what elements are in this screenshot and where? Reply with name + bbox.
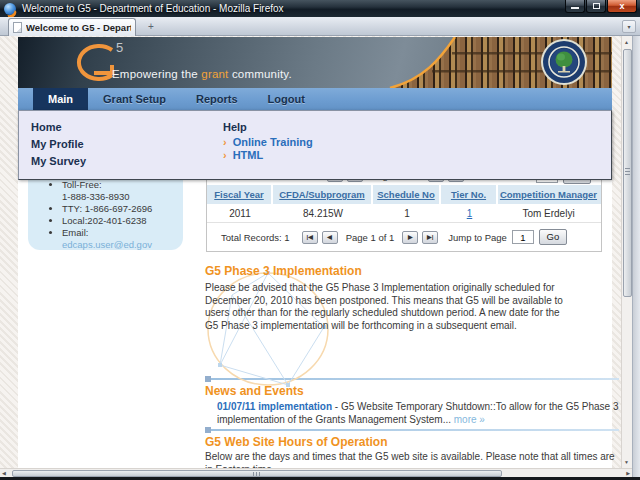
close-icon: x (608, 0, 636, 12)
contact-info-box: Toll-Free:1-888-336-8930 TTY: 1-866-697-… (28, 177, 183, 250)
scroll-left-icon[interactable]: ◀ (2, 470, 6, 476)
g5-banner: 5 Empowering the grant community. (18, 37, 612, 88)
table-header-row: Fiscal Year CFDA/Subprogram Schedule No … (207, 185, 601, 204)
horizontal-scrollbar[interactable]: ◀ ▶ (0, 468, 632, 477)
browser-tab[interactable]: Welcome to G5 - Department of Edu... (8, 18, 136, 36)
chevron-icon: › (223, 149, 227, 161)
total-records: Total Records: 1 (221, 232, 290, 243)
email-link[interactable]: edcaps.user@ed.gov (62, 239, 152, 250)
firefox-icon (4, 3, 16, 15)
chevron-icon: › (223, 136, 227, 148)
cell-fiscal-year: 2011 (207, 208, 273, 219)
menu-item-my-survey[interactable]: My Survey (31, 155, 86, 167)
page-icon (13, 22, 22, 33)
banner-decoration (332, 37, 612, 88)
table-row: 2011 84.215W 1 1 Tom Erdelyi (207, 204, 601, 222)
menu-item-my-profile[interactable]: My Profile (31, 138, 84, 150)
banner-tagline: Empowering the grant community. (112, 68, 292, 80)
next-page-button[interactable]: ▶ (402, 231, 418, 244)
hours-heading: G5 Web Site Hours of Operation (205, 435, 387, 449)
vertical-scrollbar-thumb[interactable] (623, 49, 632, 297)
nav-main[interactable]: Main (33, 88, 88, 110)
firefox-window: Welcome to G5 - Department of Education … (0, 0, 640, 480)
close-button[interactable]: x (607, 0, 637, 13)
news-item-link[interactable]: 01/07/11 implementation (217, 401, 332, 412)
section-divider (205, 427, 619, 434)
contact-local: Local:202-401-6238 (62, 215, 183, 227)
scroll-up-icon[interactable]: ▲ (624, 39, 629, 45)
maximize-button[interactable] (586, 0, 606, 13)
scroll-right-icon[interactable]: ▶ (626, 470, 630, 476)
vertical-scrollbar[interactable]: ▲ ▼ (621, 36, 632, 468)
contact-toll-free: Toll-Free:1-888-336-8930 (62, 179, 183, 203)
window-frame-right (632, 36, 640, 477)
main-navbar: Main Grant Setup Reports Logout (18, 88, 612, 110)
divider-line (211, 429, 619, 431)
contact-email: Email:edcaps.user@ed.gov (62, 227, 183, 250)
header-competition-manager[interactable]: Competition Manager (498, 185, 599, 204)
nav-grant-setup[interactable]: Grant Setup (88, 88, 181, 110)
contact-tty: TTY: 1-866-697-2696 (62, 203, 183, 215)
cell-schedule-no: 1 (373, 208, 441, 219)
browser-viewport: 5 Empowering the grant community. Main G… (0, 36, 632, 468)
menu-item-home[interactable]: Home (31, 121, 62, 133)
window-title: Welcome to G5 - Department of Education … (22, 3, 284, 14)
page-indicator: Page 1 of 1 (346, 232, 395, 243)
tier-no-link[interactable]: 1 (467, 208, 473, 219)
phase3-heading: G5 Phase 3 Implementation (205, 264, 362, 278)
cell-competition-manager: Tom Erdelyi (498, 208, 599, 219)
menu-header-help: Help (223, 121, 247, 133)
header-cfda-subprogram[interactable]: CFDA/Subprogram (273, 185, 373, 204)
minimize-icon (571, 7, 579, 9)
g5-page: 5 Empowering the grant community. Main G… (18, 37, 612, 468)
more-link[interactable]: more » (454, 414, 485, 425)
cell-cfda-subprogram: 84.215W (273, 208, 373, 219)
header-fiscal-year[interactable]: Fiscal Year (207, 185, 273, 204)
minimize-button[interactable] (565, 0, 585, 13)
maximize-icon (593, 3, 600, 9)
jump-page-input[interactable] (512, 230, 534, 244)
tab-title: Welcome to G5 - Department of Edu... (26, 22, 131, 33)
prev-page-button[interactable]: ◀ (322, 231, 338, 244)
header-schedule-no[interactable]: Schedule No (373, 185, 441, 204)
phase3-text: Please be advised that the G5 Phase 3 Im… (205, 282, 567, 332)
nav-logout[interactable]: Logout (253, 88, 320, 110)
header-tier-no[interactable]: Tier No. (441, 185, 498, 204)
menu-link-online-training[interactable]: ›Online Training (223, 136, 313, 148)
menu-link-html[interactable]: ›HTML (223, 149, 263, 161)
list-all-tabs-button[interactable]: ▾ (622, 20, 636, 33)
main-menu-dropdown: Home My Profile My Survey Help ›Online T… (18, 110, 612, 180)
tab-strip: Welcome to G5 - Department of Edu... + ▾ (0, 17, 640, 36)
logo-five: 5 (116, 40, 123, 55)
department-of-education-seal (541, 39, 587, 85)
nav-reports[interactable]: Reports (181, 88, 253, 110)
new-tab-button[interactable]: + (142, 21, 160, 34)
cell-tier-no: 1 (441, 208, 498, 219)
window-titlebar: Welcome to G5 - Department of Education … (0, 0, 640, 17)
jump-to-page-label: Jump to Page (448, 232, 507, 243)
news-heading: News and Events (205, 384, 304, 398)
last-page-button[interactable]: ▶| (422, 231, 438, 244)
scroll-down-icon[interactable]: ▼ (624, 459, 629, 465)
go-button[interactable]: Go (539, 229, 567, 245)
horizontal-scrollbar-thumb[interactable] (12, 470, 502, 477)
table-pagination-bottom: Total Records: 1 |◀ ◀ Page 1 of 1 ▶ ▶| J… (207, 222, 601, 251)
news-item: 01/07/11 implementation - G5 Website Tem… (217, 401, 621, 426)
first-page-button[interactable]: |◀ (302, 231, 318, 244)
hours-text: Below are the days and times that the G5… (205, 451, 617, 468)
